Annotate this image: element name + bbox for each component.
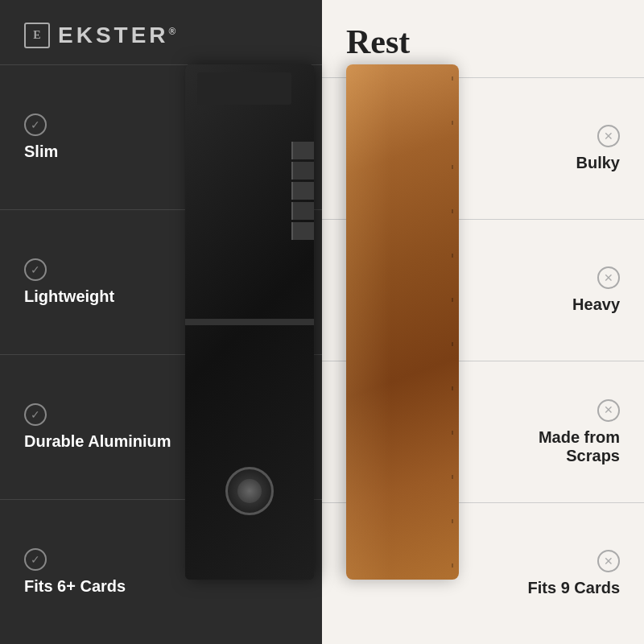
dark-wallet	[185, 64, 314, 580]
leather-texture	[346, 64, 459, 580]
wallet-clip-top	[197, 72, 291, 105]
leather-highlight	[346, 64, 391, 580]
cross-icon-scraps: ✕	[597, 399, 620, 422]
brand-name: EKSTER®	[58, 23, 179, 48]
check-icon-slim: ✓	[24, 114, 47, 136]
airtag-inner	[237, 479, 262, 503]
card-slots	[291, 142, 314, 425]
feature-label-fits6: Fits 6+ Cards	[24, 577, 298, 596]
wallet-bar	[185, 319, 314, 325]
feature-label-heavy: Heavy	[572, 295, 620, 314]
cross-icon-bulky: ✕	[597, 125, 620, 147]
feature-label-scraps: Made fromScraps	[539, 428, 620, 465]
stitching	[451, 76, 454, 568]
brand-header: E EKSTER®	[0, 0, 322, 64]
check-icon-durable: ✓	[24, 403, 47, 426]
cross-icon-heavy: ✕	[597, 266, 620, 289]
airtag-holder	[225, 467, 274, 515]
cross-icon-fits9: ✕	[597, 550, 620, 572]
check-icon-lightweight: ✓	[24, 258, 47, 281]
rest-title: Rest	[346, 23, 410, 61]
check-icon-fits6: ✓	[24, 548, 47, 571]
brown-wallet	[346, 64, 459, 580]
logo-icon: E	[24, 23, 50, 48]
wallet-overlay	[209, 64, 435, 580]
feature-label-bulky: Bulky	[576, 154, 620, 172]
comparison-container: E EKSTER® ✓ Slim ✓ Lightweight ✓ Durable…	[0, 0, 644, 644]
dark-wallet-body	[185, 64, 314, 580]
feature-label-fits9: Fits 9 Cards	[528, 579, 620, 597]
